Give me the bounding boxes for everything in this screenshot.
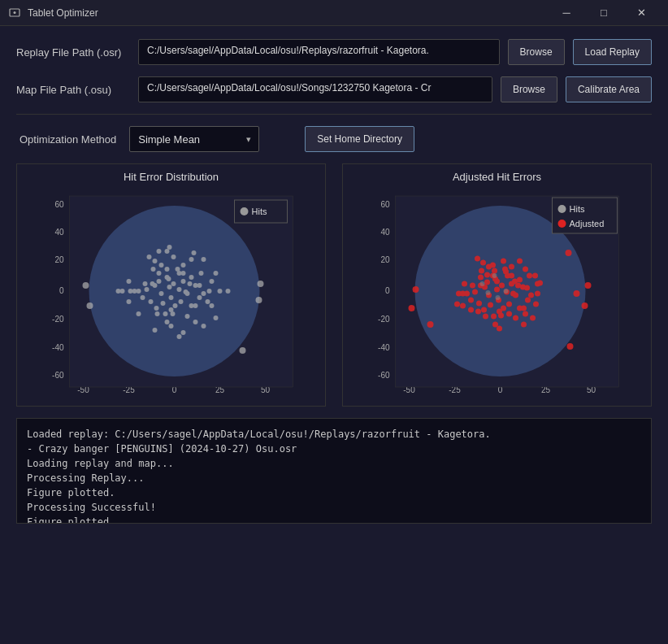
- svg-point-25: [157, 279, 162, 284]
- replay-browse-button[interactable]: Browse: [508, 39, 565, 65]
- svg-text:Hits: Hits: [252, 207, 267, 216]
- svg-point-178: [535, 281, 540, 287]
- svg-point-188: [582, 302, 588, 309]
- svg-point-54: [188, 281, 193, 286]
- adjusted-chart-area: 60 40 20 0 -20 -40 -60 -50 -25 0 25 50: [349, 188, 644, 399]
- svg-point-55: [151, 267, 156, 272]
- svg-point-155: [498, 313, 504, 319]
- svg-point-194: [566, 250, 572, 256]
- svg-point-35: [141, 295, 145, 300]
- svg-point-159: [509, 264, 514, 270]
- load-replay-button[interactable]: Load Replay: [573, 39, 652, 65]
- adjusted-svg: 60 40 20 0 -20 -40 -60 -50 -25 0 25 50: [349, 188, 644, 399]
- svg-point-36: [189, 275, 194, 280]
- svg-point-87: [177, 334, 182, 339]
- svg-text:-20: -20: [52, 315, 64, 324]
- svg-point-165: [517, 259, 523, 264]
- svg-point-57: [171, 311, 176, 316]
- svg-point-160: [533, 302, 539, 307]
- svg-point-168: [475, 256, 480, 262]
- svg-point-151: [483, 314, 488, 320]
- svg-point-150: [494, 279, 500, 285]
- replay-row: Replay File Path (.osr) C:/Users/sagel/A…: [16, 39, 652, 65]
- svg-point-163: [521, 322, 527, 328]
- svg-point-76: [127, 279, 132, 284]
- tablet-icon: [8, 7, 21, 20]
- titlebar-left: Tablet Optimizer: [8, 7, 98, 20]
- svg-point-46: [176, 267, 180, 272]
- svg-point-139: [524, 285, 530, 291]
- log-line: Figure plotted.: [27, 515, 641, 524]
- svg-point-53: [155, 311, 160, 316]
- window-controls: ─ □ ✕: [548, 0, 660, 26]
- svg-point-26: [173, 303, 178, 308]
- charts-row: Hit Error Distribution 60 40 20 0 -20 -4…: [16, 163, 652, 407]
- maximize-button[interactable]: □: [585, 0, 622, 26]
- svg-point-52: [167, 276, 171, 281]
- svg-point-38: [161, 301, 166, 306]
- map-path-input[interactable]: C:/Users/sagel/AppData/Local/osu!/Songs/…: [138, 76, 492, 102]
- svg-text:-60: -60: [378, 371, 390, 380]
- svg-point-65: [193, 320, 198, 324]
- svg-text:0: 0: [59, 286, 64, 295]
- svg-point-170: [454, 302, 460, 307]
- svg-point-132: [506, 302, 512, 307]
- svg-point-74: [171, 255, 176, 259]
- svg-point-47: [202, 291, 206, 296]
- svg-point-61: [181, 263, 186, 268]
- svg-point-41: [197, 283, 202, 288]
- svg-point-95: [87, 302, 93, 309]
- svg-text:-60: -60: [52, 371, 64, 380]
- svg-point-19: [177, 287, 182, 292]
- svg-point-180: [462, 281, 467, 287]
- svg-point-137: [510, 291, 516, 297]
- svg-point-96: [240, 347, 246, 354]
- svg-point-192: [567, 343, 574, 350]
- svg-point-56: [207, 289, 212, 294]
- calibrate-area-button[interactable]: Calibrate Area: [566, 76, 652, 102]
- svg-point-185: [460, 303, 466, 309]
- svg-text:60: 60: [380, 200, 390, 209]
- svg-point-182: [530, 315, 536, 321]
- log-line: - Crazy banger [PENGUINS] (2024-10-27) O…: [27, 442, 641, 456]
- svg-point-145: [528, 293, 534, 298]
- divider: [16, 114, 652, 115]
- svg-point-154: [535, 291, 540, 297]
- log-line: Figure plotted.: [27, 485, 641, 500]
- svg-point-62: [206, 299, 210, 304]
- svg-point-177: [478, 275, 484, 281]
- set-home-directory-button[interactable]: Set Home Directory: [305, 126, 414, 152]
- svg-point-172: [512, 279, 518, 285]
- svg-point-198: [496, 295, 501, 300]
- close-button[interactable]: ✕: [622, 0, 660, 26]
- log-line: Processing Replay...: [27, 471, 641, 485]
- replay-path-input[interactable]: C:/Users/sagel/AppData/Local/osu!/Replay…: [138, 39, 500, 65]
- log-area[interactable]: Loaded replay: C:/Users/sagel/AppData/Lo…: [16, 418, 652, 524]
- svg-point-94: [258, 281, 264, 287]
- svg-point-134: [517, 277, 523, 283]
- optimization-dropdown[interactable]: Simple Mean Weighted Mean Median Least S…: [129, 126, 259, 152]
- svg-point-136: [488, 302, 493, 308]
- svg-point-70: [147, 255, 152, 259]
- svg-point-43: [157, 271, 162, 276]
- svg-point-191: [409, 305, 415, 311]
- svg-text:-20: -20: [378, 315, 390, 324]
- optimization-row: Optimization Method Simple Mean Weighted…: [16, 126, 652, 152]
- log-line: Processing Successful!: [27, 500, 641, 515]
- svg-point-189: [585, 282, 592, 289]
- svg-point-64: [153, 259, 158, 263]
- svg-point-90: [202, 324, 206, 329]
- svg-point-125: [492, 268, 497, 274]
- svg-point-86: [226, 289, 231, 294]
- svg-point-23: [149, 299, 154, 304]
- map-label: Map File Path (.osu): [16, 84, 130, 96]
- svg-point-40: [150, 281, 155, 286]
- svg-text:0: 0: [385, 286, 390, 295]
- svg-point-147: [509, 273, 514, 279]
- map-browse-button[interactable]: Browse: [501, 76, 557, 102]
- window-title: Tablet Optimizer: [28, 7, 98, 19]
- minimize-button[interactable]: ─: [548, 0, 585, 26]
- svg-point-81: [181, 330, 186, 335]
- svg-point-203: [558, 220, 566, 228]
- svg-point-135: [499, 283, 505, 289]
